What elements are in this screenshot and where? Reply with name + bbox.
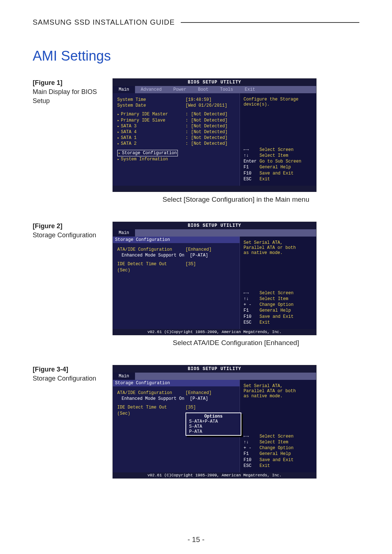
help-keys: ←→Select Screen ↑↓Select Item + -Change …: [244, 290, 313, 325]
row-label[interactable]: Primary IDE Master: [117, 111, 183, 117]
panel-subtitle: Storage Configuration: [113, 237, 240, 243]
row-value[interactable]: [Wed 01/26/2011]: [185, 103, 227, 108]
help-top: Set Serial ATA, Parallel ATA or both as …: [244, 240, 313, 255]
help-top: Configure the Storage device(s).: [244, 97, 313, 107]
row-value[interactable]: [Enhanced]: [185, 390, 212, 396]
help-keys: ←→Select Screen ↑↓Select Item EnterGo to…: [244, 147, 313, 182]
figure-1-desc: Main Display for BIOS Setup: [33, 87, 102, 106]
bios-footer: [113, 186, 316, 192]
bios-right-pane: Configure the Storage device(s). ←→Selec…: [240, 93, 316, 186]
row-value: [Not Detected]: [191, 135, 228, 141]
bios-right-pane: Set Serial ATA, Parallel ATA or both as …: [240, 237, 316, 329]
row-label[interactable]: IDE Detect Time Out (Sec): [117, 405, 183, 416]
bios-left-pane: Storage Configuration ATA/IDE Configurat…: [113, 380, 240, 472]
tab-advanced[interactable]: Advanced: [135, 86, 168, 93]
section-title: AMI Settings: [33, 48, 359, 64]
row-label[interactable]: SATA 4: [117, 129, 183, 135]
document-page: SAMSUNG SSD INSTALLATION GUIDE AMI Setti…: [0, 0, 392, 554]
figure-1-label: [Figure 1] Main Display for BIOS Setup: [33, 78, 102, 106]
bios-tabs: Main: [113, 373, 316, 380]
row-value[interactable]: [Enhanced]: [185, 247, 212, 253]
figure-2-label: [Figure 2] Storage Configuration: [33, 222, 102, 240]
row-value: [Not Detected]: [191, 129, 228, 135]
row-label[interactable]: ATA/IDE Configuration: [117, 390, 183, 396]
bios-panel-2: BIOS SETUP UTILITY Main Storage Configur…: [113, 222, 317, 335]
row-value: [Not Detected]: [191, 141, 228, 147]
bios-left-pane: Storage Configuration ATA/IDE Configurat…: [113, 237, 240, 329]
row-storage-config[interactable]: Storage Configuration: [117, 150, 178, 156]
options-title: Options: [186, 414, 241, 419]
row-label[interactable]: SATA 1: [117, 135, 183, 141]
figure-2-number: [Figure 2]: [33, 222, 102, 231]
row-system-info[interactable]: System Information: [117, 156, 168, 162]
tab-power[interactable]: Power: [167, 86, 192, 93]
row-label: System Date: [117, 103, 183, 108]
tab-main[interactable]: Main: [113, 373, 135, 380]
figure-3-number: [Figure 3-4]: [33, 365, 102, 374]
figure-2-caption: Select ATA/IDE Configuration [Enhanced]: [113, 339, 359, 347]
figure-1-content: BIOS SETUP UTILITY Main Advanced Power B…: [113, 78, 359, 204]
bios-right-pane: Set Serial ATA, Parallel ATA or both as …: [240, 380, 316, 472]
row-label: System Time: [117, 97, 183, 103]
row-label[interactable]: SATA 3: [117, 123, 183, 129]
tab-tools[interactable]: Tools: [214, 86, 239, 93]
options-popup[interactable]: Options S-ATA+P-ATA S-ATA P-ATA: [185, 413, 241, 436]
bios-tabs: Main: [113, 229, 316, 237]
row-value[interactable]: [P-ATA]: [190, 253, 208, 258]
figure-2-desc: Storage Configuration: [33, 231, 102, 240]
bios-tabs: Main Advanced Power Boot Tools Exit: [113, 86, 316, 93]
row-value: [Not Detected]: [191, 111, 228, 117]
row-value[interactable]: [19:48:59]: [185, 97, 212, 103]
figure-1-number: [Figure 1]: [33, 78, 102, 87]
header-title: SAMSUNG SSD INSTALLATION GUIDE: [33, 18, 175, 26]
bios-panel-1: BIOS SETUP UTILITY Main Advanced Power B…: [113, 78, 317, 192]
tab-main[interactable]: Main: [113, 86, 135, 93]
figure-3-block: [Figure 3-4] Storage Configuration BIOS …: [33, 365, 359, 479]
bios-left-pane: System Time[19:48:59] System Date[Wed 01…: [113, 93, 240, 186]
option-item[interactable]: S-ATA: [186, 424, 241, 429]
bios-footer: v02.61 (C)Copyright 1985-2009, American …: [113, 329, 316, 335]
bios-panel-3: BIOS SETUP UTILITY Main Storage Configur…: [113, 365, 317, 479]
bios-title: BIOS SETUP UTILITY: [113, 222, 316, 229]
panel-subtitle: Storage Configuration: [113, 380, 240, 386]
header-rule: [181, 22, 359, 23]
bios-footer: v02.61 (C)Copyright 1985-2009, American …: [113, 472, 316, 478]
figure-2-content: BIOS SETUP UTILITY Main Storage Configur…: [113, 222, 359, 347]
row-value[interactable]: [35]: [185, 261, 196, 273]
row-label[interactable]: SATA 2: [117, 141, 183, 147]
row-value: [Not Detected]: [191, 123, 228, 129]
figure-1-caption: Select [Storage Configuration] in the Ma…: [113, 196, 359, 204]
row-label[interactable]: ATA/IDE Configuration: [117, 247, 183, 253]
tab-exit[interactable]: Exit: [239, 86, 261, 93]
figure-2-block: [Figure 2] Storage Configuration BIOS SE…: [33, 222, 359, 347]
figure-3-desc: Storage Configuration: [33, 374, 102, 383]
bios-title: BIOS SETUP UTILITY: [113, 365, 316, 373]
row-label-selected[interactable]: Enhanced Mode Support On: [117, 396, 187, 402]
bios-title: BIOS SETUP UTILITY: [113, 79, 316, 86]
tab-boot[interactable]: Boot: [192, 86, 214, 93]
page-number: - 15 -: [0, 535, 392, 544]
option-item[interactable]: P-ATA: [186, 429, 241, 434]
figure-3-content: BIOS SETUP UTILITY Main Storage Configur…: [113, 365, 359, 479]
figure-1-block: [Figure 1] Main Display for BIOS Setup B…: [33, 78, 359, 204]
page-header: SAMSUNG SSD INSTALLATION GUIDE: [33, 18, 359, 26]
tab-main[interactable]: Main: [113, 229, 135, 237]
figure-3-label: [Figure 3-4] Storage Configuration: [33, 365, 102, 383]
row-label[interactable]: IDE Detect Time Out (Sec): [117, 261, 183, 273]
row-value[interactable]: [P-ATA]: [190, 396, 208, 402]
option-item[interactable]: S-ATA+P-ATA: [186, 419, 241, 424]
row-value: [Not Detected]: [191, 118, 228, 123]
row-label[interactable]: Primary IDE Slave: [117, 118, 183, 123]
help-top: Set Serial ATA, Parallel ATA or both as …: [244, 383, 313, 399]
row-label-selected[interactable]: Enhanced Mode Support On: [117, 253, 187, 258]
help-keys: ←→Select Screen ↑↓Select Item + -Change …: [244, 434, 313, 469]
